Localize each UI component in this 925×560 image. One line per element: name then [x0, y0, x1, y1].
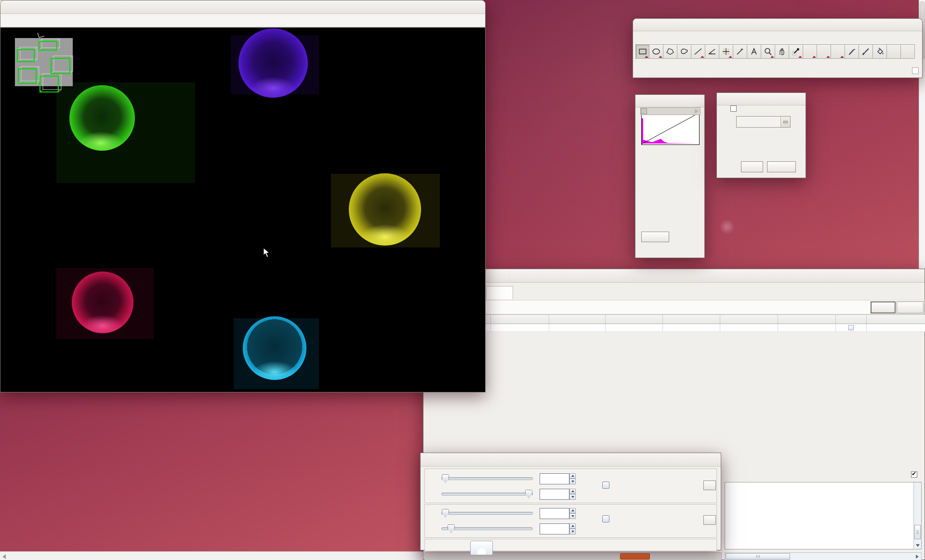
- polygon-tool-icon[interactable]: [663, 44, 677, 59]
- min-spinner[interactable]: [569, 473, 576, 484]
- explorer-horizontal-scrollbar[interactable]: [424, 552, 722, 560]
- multiview-tab[interactable]: [486, 286, 513, 299]
- more-tools-button[interactable]: [901, 44, 915, 59]
- channel-item[interactable]: [730, 105, 754, 112]
- max-value-field[interactable]: [540, 489, 569, 500]
- brightness-color-window: [420, 453, 721, 550]
- scrollbar-thumb[interactable]: [620, 553, 650, 560]
- text-tool-icon[interactable]: [747, 44, 761, 59]
- spin-up-icon[interactable]: [569, 508, 576, 514]
- dev-tool[interactable]: [803, 44, 817, 59]
- zoom-tool-icon[interactable]: [761, 44, 775, 59]
- table-row[interactable]: [423, 324, 925, 332]
- wand-tool-icon[interactable]: [733, 44, 747, 59]
- expand-button[interactable]: [703, 481, 716, 490]
- bc-titlebar[interactable]: [635, 95, 704, 107]
- help-button[interactable]: [741, 161, 763, 172]
- brightness-titlebar[interactable]: [421, 453, 721, 467]
- stk-tool[interactable]: [817, 44, 831, 59]
- col-registrations[interactable]: [720, 315, 778, 324]
- col-interestpoints[interactable]: [778, 315, 836, 324]
- set-view-colors-row: [424, 539, 717, 551]
- view-color-button[interactable]: [470, 541, 493, 555]
- dropdown-button-icon[interactable]: [780, 117, 790, 127]
- spin-down-icon[interactable]: [569, 529, 576, 534]
- channels-titlebar[interactable]: [717, 93, 806, 105]
- empty-tool-slot[interactable]: [887, 44, 901, 59]
- bc-buttons: [641, 232, 701, 242]
- bdv-viewer-canvas[interactable]: [0, 27, 485, 392]
- max-spinner[interactable]: [569, 489, 576, 500]
- channel-checkbox[interactable]: [730, 105, 737, 112]
- max-slider[interactable]: [441, 490, 533, 498]
- more-button[interactable]: [767, 161, 796, 172]
- freehand-tool-icon[interactable]: [677, 44, 691, 59]
- spin-down-icon[interactable]: [569, 513, 576, 519]
- imagej-titlebar[interactable]: [633, 19, 922, 31]
- scroll-left-icon[interactable]: [2, 554, 6, 559]
- slider-thumb[interactable]: [442, 474, 449, 483]
- spin-up-icon[interactable]: [569, 473, 576, 479]
- slider-thumb[interactable]: [525, 490, 532, 498]
- hand-tool-icon[interactable]: [775, 44, 789, 59]
- min-value-field[interactable]: [540, 473, 569, 484]
- col-psf[interactable]: [836, 315, 867, 324]
- source-checkbox[interactable]: [602, 515, 609, 522]
- bc-slider[interactable]: [640, 107, 700, 125]
- min-slider[interactable]: [441, 474, 533, 483]
- oval-tool-icon[interactable]: [649, 44, 663, 59]
- bc-button[interactable]: [641, 232, 669, 242]
- source-checkbox[interactable]: [602, 482, 609, 489]
- line-tool-icon[interactable]: [691, 44, 705, 59]
- scrollbar-thumb[interactable]: [726, 553, 790, 560]
- dropper-tool-icon[interactable]: [789, 44, 803, 59]
- expand-button[interactable]: [703, 515, 716, 525]
- group-tiles-checkbox[interactable]: [911, 471, 917, 478]
- lut-tool[interactable]: [831, 44, 845, 59]
- group-tiles-control[interactable]: [911, 471, 920, 478]
- spin-down-icon[interactable]: [569, 494, 576, 500]
- col-views-present[interactable]: [867, 315, 925, 324]
- min-spinner[interactable]: [569, 508, 576, 519]
- col-channel[interactable]: [549, 315, 606, 324]
- brightness-contrast-window: [635, 94, 705, 258]
- table-header[interactable]: [423, 314, 925, 324]
- point-tool-icon[interactable]: [719, 44, 733, 59]
- slider-thumb[interactable]: [442, 509, 449, 518]
- max-value-field[interactable]: [540, 523, 569, 534]
- spin-up-icon[interactable]: [569, 523, 576, 529]
- spin-up-icon[interactable]: [569, 489, 576, 495]
- search-box-icon[interactable]: [912, 67, 919, 74]
- log-horizontal-scrollbar[interactable]: [725, 552, 922, 560]
- min-slider[interactable]: [441, 509, 533, 518]
- min-value-field[interactable]: [540, 508, 569, 519]
- info-button[interactable]: [871, 301, 896, 313]
- slider-right-arrow-icon[interactable]: [695, 109, 699, 114]
- bead-sphere-green: [69, 85, 135, 151]
- col-tile[interactable]: [663, 315, 720, 324]
- rectangle-tool-icon[interactable]: [635, 44, 649, 59]
- dataset-path-row: [423, 300, 925, 314]
- scrollbar-thumb[interactable]: [914, 525, 921, 539]
- slider-thumb[interactable]: [448, 524, 455, 533]
- save-button[interactable]: [897, 301, 924, 313]
- pencil-tool-icon[interactable]: [845, 44, 859, 59]
- log-line: [728, 485, 912, 493]
- fill-tool-icon[interactable]: [873, 44, 887, 59]
- psf-checkbox[interactable]: [848, 325, 854, 330]
- slider-thumb[interactable]: [641, 108, 647, 114]
- scroll-right-icon[interactable]: [916, 555, 919, 559]
- slider-track[interactable]: [640, 107, 700, 115]
- display-mode-dropdown[interactable]: [736, 116, 791, 128]
- log-vertical-scrollbar[interactable]: [913, 482, 921, 549]
- bdv-titlebar[interactable]: [0, 0, 485, 14]
- spin-down-icon[interactable]: [569, 479, 576, 484]
- max-spinner[interactable]: [569, 523, 576, 534]
- col-illumination[interactable]: [491, 315, 549, 324]
- brush-tool-icon[interactable]: [859, 44, 873, 59]
- max-slider[interactable]: [441, 524, 533, 533]
- explorer-titlebar[interactable]: [423, 269, 925, 283]
- col-angle[interactable]: [606, 315, 663, 324]
- scroll-down-icon[interactable]: [916, 544, 920, 547]
- angle-tool-icon[interactable]: [705, 44, 719, 59]
